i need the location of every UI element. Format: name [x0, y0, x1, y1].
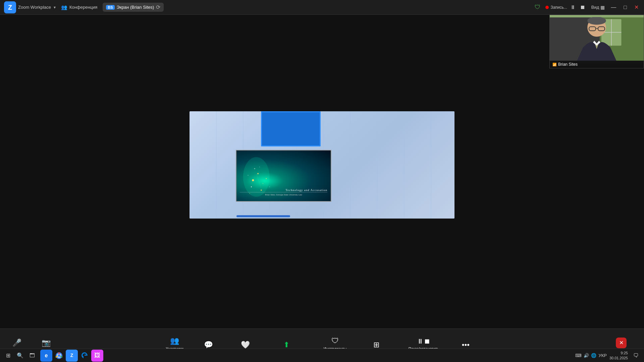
participant-name-bar: 📶 Brian Sites — [550, 61, 644, 68]
inner-presentation-slide: Technology and Accusation Brian Sites, G… — [236, 150, 331, 202]
slide-blue-rect — [261, 111, 321, 146]
view-control[interactable]: Вид ▦ — [591, 5, 605, 10]
taskbar-app-chrome[interactable] — [53, 350, 65, 362]
svg-point-17 — [261, 189, 262, 191]
svg-point-15 — [263, 183, 263, 184]
taskbar-app-edge[interactable] — [78, 350, 91, 362]
participants-icon: 👥 — [170, 337, 179, 345]
pause-record-icon: ⏸⏹ — [417, 338, 430, 345]
clock-time: 9:25 — [609, 351, 628, 355]
svg-point-18 — [248, 175, 249, 176]
screen-tab[interactable]: BS Экран (Brian Sites) ⟳ — [103, 3, 164, 12]
svg-text:Z: Z — [8, 4, 12, 11]
win-clock: 9:25 30.01.2025 — [609, 351, 628, 360]
slide-title: Technology and Accusation — [285, 188, 327, 192]
organizer-icon: 🛡 — [331, 337, 339, 345]
svg-point-16 — [254, 168, 255, 169]
minimize-btn[interactable]: — — [609, 4, 618, 11]
shield-icon: 🛡 — [535, 4, 541, 11]
screen-tab-options-icon[interactable]: ⟳ — [156, 4, 160, 10]
view-label: Вид — [591, 5, 599, 10]
taskbar-right: ⌨ 🔊 🌐 УКР 9:25 30.01.2025 🗨 — [575, 350, 641, 361]
search-btn[interactable]: 🔍 — [15, 350, 25, 361]
svg-point-14 — [251, 186, 252, 187]
network-icon: 🌐 — [591, 353, 596, 358]
svg-point-31 — [587, 17, 606, 25]
app-dropdown-arrow[interactable]: ▾ — [54, 5, 56, 10]
end-icon: ✕ — [616, 338, 627, 348]
participant-video-brian: 📶 Brian Sites — [549, 15, 644, 68]
bs-badge: BS — [106, 5, 114, 10]
start-btn[interactable]: ⊞ — [3, 350, 13, 361]
svg-point-19 — [266, 178, 267, 179]
security-status: 🛡 — [535, 4, 541, 11]
windows-taskbar: ⊞ 🔍 🗔 e Z 🖼 — [0, 349, 644, 362]
person-video — [550, 17, 644, 61]
signal-icon: 📶 — [552, 63, 556, 66]
screen-tab-label: Экран (Brian Sites) — [117, 5, 154, 10]
conference-label: 👥 Конференция — [61, 4, 97, 10]
svg-point-13 — [257, 173, 259, 174]
stop-recording-btn[interactable]: ⏹ — [579, 4, 587, 11]
taskbar-apps: e Z 🖼 — [40, 350, 103, 362]
close-btn[interactable]: ✕ — [633, 3, 640, 11]
participant-name: Brian Sites — [558, 62, 578, 67]
taskview-btn[interactable]: 🗔 — [27, 350, 38, 361]
clock-date: 30.01.2025 — [609, 356, 628, 360]
chat-icon: 💬 — [204, 341, 213, 349]
view-icon: ▦ — [600, 5, 605, 10]
lang-indicator[interactable]: УКР — [598, 353, 607, 358]
video-icon: 📷 — [42, 339, 51, 347]
taskbar-app-extra[interactable]: 🖼 — [91, 350, 103, 362]
svg-text:Z: Z — [70, 353, 73, 358]
share-icon: ⬆ — [283, 341, 289, 349]
mic-icon: 🎤 — [12, 339, 21, 347]
pause-recording-btn[interactable]: ⏸ — [569, 4, 577, 11]
screen-share-area: Technology and Accusation Brian Sites, G… — [190, 111, 454, 219]
apps-icon: ⊞ — [373, 341, 379, 349]
taskbar-app-zoom[interactable]: Z — [66, 350, 78, 362]
recording-status: Запись... ⏸ ⏹ — [545, 4, 586, 11]
topbar: Z Zoom Workplace ▾ 👥 Конференция BS Экра… — [0, 0, 644, 15]
zoom-logo-text: Zoom Workplace — [18, 5, 51, 10]
svg-point-22 — [269, 186, 270, 187]
slide-progress-bar — [236, 215, 290, 217]
maximize-btn[interactable]: □ — [622, 4, 628, 11]
keyboard-icon: ⌨ — [575, 353, 582, 358]
react-icon: 🤍 — [241, 341, 250, 349]
zoom-logo: Z Zoom Workplace — [4, 1, 51, 13]
sound-sys-icon: 🔊 — [584, 353, 589, 358]
recording-label: Запись... — [550, 5, 567, 10]
main-content: Technology and Accusation Brian Sites, G… — [0, 15, 644, 328]
notification-btn[interactable]: 🗨 — [631, 350, 641, 361]
slide-background: Technology and Accusation Brian Sites, G… — [190, 111, 454, 219]
taskbar-app-edge-ie[interactable]: e — [40, 350, 52, 362]
svg-point-20 — [259, 167, 260, 167]
slide-subtitle: Brian Sites, Georgia State University La… — [240, 192, 327, 196]
system-icons: ⌨ 🔊 🌐 УКР — [575, 353, 607, 358]
topbar-right: 🛡 Запись... ⏸ ⏹ Вид ▦ — □ ✕ — [535, 3, 640, 11]
svg-point-11 — [243, 157, 270, 197]
svg-point-37 — [58, 354, 60, 357]
rec-dot — [545, 6, 549, 9]
more-icon: ••• — [462, 341, 470, 349]
